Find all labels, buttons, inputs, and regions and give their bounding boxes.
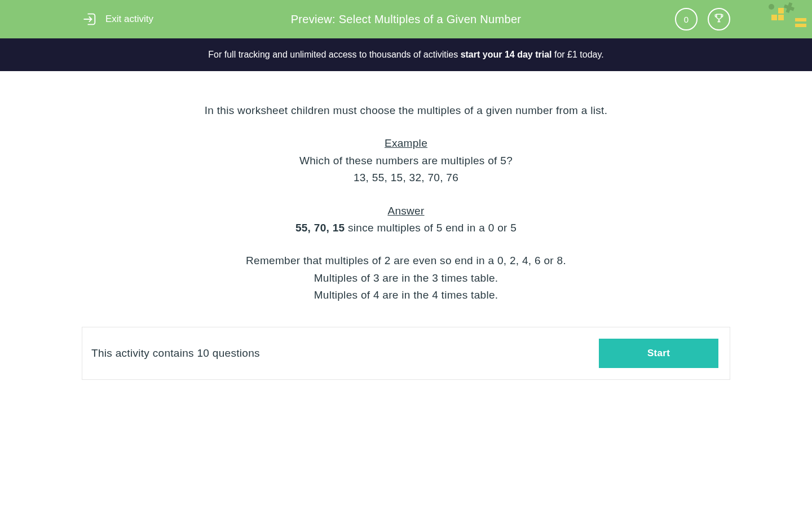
points-badge[interactable]: 0 bbox=[675, 8, 698, 30]
activity-count-text: This activity contains 10 questions bbox=[91, 347, 260, 360]
tip-1: Remember that multiples of 2 are even so… bbox=[82, 252, 730, 269]
tip-3: Multiples of 4 are in the 4 times table. bbox=[82, 287, 730, 304]
svg-rect-1 bbox=[784, 5, 795, 11]
example-label: Example bbox=[385, 137, 427, 149]
header: Exit activity Preview: Select Multiples … bbox=[0, 0, 812, 38]
exit-icon bbox=[82, 11, 98, 27]
start-button[interactable]: Start bbox=[599, 339, 718, 368]
svg-rect-6 bbox=[795, 18, 806, 21]
activity-bar: This activity contains 10 questions Star… bbox=[82, 327, 730, 380]
page-title: Preview: Select Multiples of a Given Num… bbox=[291, 13, 522, 26]
intro-text: In this worksheet children must choose t… bbox=[82, 102, 730, 119]
content: In this worksheet children must choose t… bbox=[0, 71, 812, 304]
exit-activity-button[interactable]: Exit activity bbox=[82, 11, 153, 27]
svg-rect-5 bbox=[778, 8, 784, 14]
answer-bold: 55, 70, 15 bbox=[295, 222, 345, 234]
points-value: 0 bbox=[684, 15, 689, 24]
svg-rect-3 bbox=[771, 15, 777, 20]
trophy-icon bbox=[713, 12, 725, 26]
svg-rect-2 bbox=[785, 2, 792, 13]
example-question: Which of these numbers are multiples of … bbox=[82, 152, 730, 169]
trial-banner[interactable]: For full tracking and unlimited access t… bbox=[0, 38, 812, 71]
answer-label: Answer bbox=[387, 205, 424, 217]
banner-suffix: for £1 today. bbox=[551, 50, 603, 59]
tip-2: Multiples of 3 are in the 3 times table. bbox=[82, 270, 730, 287]
svg-rect-4 bbox=[778, 15, 784, 20]
banner-prefix: For full tracking and unlimited access t… bbox=[208, 50, 460, 59]
trophy-badge[interactable] bbox=[708, 8, 730, 30]
answer-rest: since multiples of 5 end in a 0 or 5 bbox=[345, 222, 517, 234]
header-right: 0 bbox=[675, 8, 730, 30]
svg-point-0 bbox=[769, 4, 774, 10]
exit-activity-label: Exit activity bbox=[105, 14, 153, 25]
example-numbers: 13, 55, 15, 32, 70, 76 bbox=[82, 169, 730, 186]
svg-rect-7 bbox=[795, 24, 806, 27]
banner-bold: start your 14 day trial bbox=[461, 50, 552, 59]
corner-decoration bbox=[761, 0, 812, 34]
